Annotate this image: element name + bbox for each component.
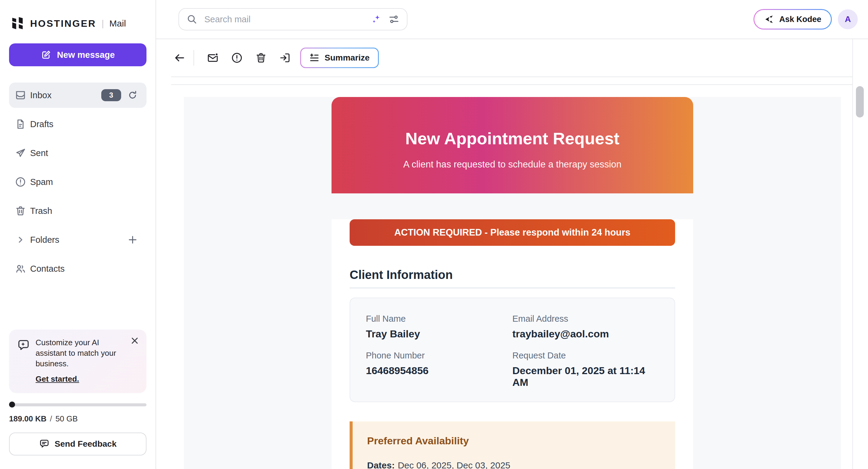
- sidebar-item-trash[interactable]: Trash: [9, 198, 147, 224]
- brand: HOSTINGER | Mail: [10, 16, 156, 31]
- send-icon: [14, 147, 27, 159]
- field-label: Request Date: [513, 350, 659, 361]
- alert-circle-icon: [14, 176, 27, 188]
- search-box[interactable]: [179, 8, 407, 30]
- section-divider: [350, 288, 675, 289]
- field-phone-number: Phone Number 16468954856: [366, 350, 513, 388]
- sidebar-item-label: Sent: [30, 148, 48, 158]
- sidebar-item-inbox[interactable]: Inbox 3: [9, 82, 147, 108]
- trash-icon: [14, 205, 27, 217]
- availability-heading: Preferred Availability: [367, 434, 661, 447]
- contacts-icon: [14, 263, 27, 275]
- client-information-heading: Client Information: [350, 267, 675, 282]
- scrollbar-track[interactable]: [852, 39, 868, 469]
- field-full-name: Full Name Tray Bailey: [366, 314, 513, 340]
- preferred-availability-box: Preferred Availability Dates:Dec 06, 202…: [350, 422, 675, 469]
- toolbar-divider: [193, 50, 194, 66]
- kodee-icon: [764, 14, 774, 24]
- sidebar-item-spam[interactable]: Spam: [9, 169, 147, 195]
- field-label: Email Address: [513, 314, 659, 324]
- sidebar-item-label: Spam: [30, 177, 53, 187]
- sidebar-item-label: Inbox: [30, 90, 52, 100]
- message-column: Summarize New Appointment Request A clie…: [171, 39, 853, 469]
- sidebar-item-contacts[interactable]: Contacts: [9, 256, 147, 281]
- client-info-box: Full Name Tray Bailey Email Address tray…: [350, 298, 675, 402]
- hostinger-logo-icon: [10, 16, 25, 31]
- dates-value: Dec 06, 2025, Dec 03, 2025: [398, 460, 510, 469]
- close-icon[interactable]: [131, 337, 138, 345]
- ai-sparkles-icon[interactable]: [371, 14, 381, 25]
- sparkle-chat-icon: [17, 339, 30, 352]
- send-feedback-button[interactable]: Send Feedback: [9, 433, 147, 456]
- refresh-icon[interactable]: [127, 89, 138, 101]
- field-request-date: Request Date December 01, 2025 at 11:14 …: [513, 350, 659, 388]
- storage-text: 189.00 KB / 50 GB: [9, 414, 147, 424]
- email-canvas: New Appointment Request A client has req…: [184, 97, 841, 469]
- brand-divider: |: [101, 19, 104, 29]
- main-region: Ask Kodee A: [156, 0, 868, 469]
- dates-label: Dates:: [367, 460, 395, 469]
- sidebar-item-label: Contacts: [30, 264, 64, 274]
- sidebar-item-drafts[interactable]: Drafts: [9, 111, 147, 137]
- inbox-unread-badge: 3: [101, 89, 121, 101]
- storage-total: 50 GB: [56, 414, 78, 423]
- delete-button[interactable]: [249, 46, 273, 70]
- avatar[interactable]: A: [838, 9, 858, 29]
- sidebar-item-folders[interactable]: Folders: [9, 227, 147, 253]
- sidebar-item-label: Drafts: [30, 119, 53, 129]
- send-feedback-label: Send Feedback: [55, 439, 116, 449]
- brand-name: HOSTINGER: [30, 18, 96, 29]
- field-value: Tray Bailey: [366, 328, 513, 340]
- ask-kodee-label: Ask Kodee: [779, 15, 821, 24]
- move-to-folder-button[interactable]: [273, 46, 297, 70]
- field-email-address: Email Address traybailey@aol.com: [513, 314, 659, 340]
- field-value: December 01, 2025 at 11:14 AM: [513, 365, 659, 388]
- top-header: Ask Kodee A: [156, 0, 868, 39]
- hostinger-mail-app: HOSTINGER | Mail New message: [0, 0, 868, 469]
- back-button[interactable]: [173, 47, 187, 69]
- storage-used: 189.00 KB: [9, 414, 46, 423]
- summarize-button[interactable]: Summarize: [300, 47, 379, 68]
- storage-track: [11, 403, 147, 406]
- email-title: New Appointment Request: [405, 128, 619, 149]
- sidebar-item-sent[interactable]: Sent: [9, 140, 147, 166]
- left-gutter: [156, 39, 172, 469]
- add-folder-plus-icon[interactable]: [127, 234, 138, 246]
- message-toolbar: Summarize: [171, 39, 853, 77]
- new-message-button[interactable]: New message: [9, 43, 147, 66]
- search-filters-icon[interactable]: [388, 13, 400, 25]
- email-hero: New Appointment Request A client has req…: [332, 97, 693, 193]
- sidebar-item-label: Folders: [30, 235, 59, 245]
- ai-promo-text: Customize your AI assistant to match you…: [36, 337, 126, 369]
- sidebar-nav: Inbox 3 Drafts: [0, 82, 156, 281]
- action-required-banner: ACTION REQUIRED - Please respond within …: [350, 219, 675, 246]
- summarize-label: Summarize: [324, 53, 370, 63]
- field-value: traybailey@aol.com: [513, 328, 659, 340]
- storage-progressbar: [9, 402, 147, 407]
- mark-unread-button[interactable]: [201, 46, 225, 70]
- ask-kodee-button[interactable]: Ask Kodee: [753, 9, 832, 30]
- inbox-icon: [14, 89, 27, 101]
- avatar-initial: A: [845, 14, 851, 24]
- availability-dates: Dates:Dec 06, 2025, Dec 03, 2025: [367, 459, 661, 469]
- field-value: 16468954856: [366, 365, 513, 376]
- email-subtitle: A client has requested to schedule a the…: [403, 159, 621, 170]
- ai-promo-card: Customize your AI assistant to match you…: [9, 330, 147, 393]
- sidebar: HOSTINGER | Mail New message: [0, 0, 156, 469]
- storage-used-indicator: [9, 402, 15, 407]
- summarize-icon: [310, 53, 319, 63]
- chevron-right-icon: [16, 236, 25, 244]
- field-label: Phone Number: [366, 350, 513, 361]
- mark-spam-button[interactable]: [225, 46, 249, 70]
- storage-separator: /: [50, 414, 52, 423]
- search-input[interactable]: [203, 14, 365, 25]
- sidebar-item-label: Trash: [30, 206, 52, 216]
- scrollbar-thumb[interactable]: [856, 86, 864, 118]
- brand-product: Mail: [110, 19, 126, 29]
- feedback-bubble-icon: [39, 439, 50, 449]
- field-label: Full Name: [366, 314, 513, 324]
- email-card: New Appointment Request A client has req…: [332, 97, 693, 469]
- email-frame-border: [171, 85, 853, 85]
- search-icon: [186, 13, 198, 25]
- get-started-link[interactable]: Get started.: [36, 374, 79, 384]
